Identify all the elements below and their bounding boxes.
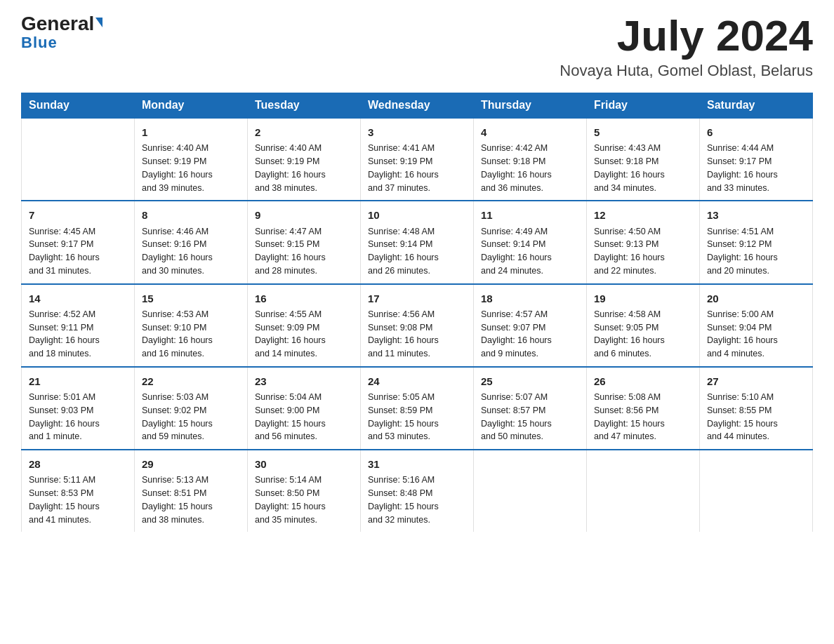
calendar-cell: 6Sunrise: 4:44 AM Sunset: 9:17 PM Daylig… [700, 118, 813, 201]
day-number: 6 [707, 124, 805, 140]
calendar-week-row: 21Sunrise: 5:01 AM Sunset: 9:03 PM Dayli… [22, 367, 813, 450]
day-number: 7 [29, 207, 127, 223]
calendar-cell: 30Sunrise: 5:14 AM Sunset: 8:50 PM Dayli… [248, 450, 361, 532]
logo-blue: Blue [21, 34, 58, 52]
day-info: Sunrise: 5:04 AM Sunset: 9:00 PM Dayligh… [255, 391, 353, 443]
day-number: 1 [142, 124, 240, 140]
calendar-week-row: 1Sunrise: 4:40 AM Sunset: 9:19 PM Daylig… [22, 118, 813, 201]
calendar-cell: 3Sunrise: 4:41 AM Sunset: 9:19 PM Daylig… [361, 118, 474, 201]
weekday-header-row: SundayMondayTuesdayWednesdayThursdayFrid… [22, 93, 813, 119]
day-number: 5 [594, 124, 692, 140]
day-number: 20 [707, 290, 805, 307]
calendar-cell: 15Sunrise: 4:53 AM Sunset: 9:10 PM Dayli… [135, 284, 248, 367]
calendar-week-row: 7Sunrise: 4:45 AM Sunset: 9:17 PM Daylig… [22, 201, 813, 283]
day-number: 23 [255, 373, 353, 389]
day-number: 10 [368, 207, 466, 223]
calendar-cell: 7Sunrise: 4:45 AM Sunset: 9:17 PM Daylig… [22, 201, 135, 283]
day-info: Sunrise: 5:01 AM Sunset: 9:03 PM Dayligh… [29, 391, 127, 443]
title-block: July 2024 Novaya Huta, Gomel Oblast, Bel… [560, 14, 813, 80]
day-info: Sunrise: 4:55 AM Sunset: 9:09 PM Dayligh… [255, 308, 353, 361]
day-info: Sunrise: 5:11 AM Sunset: 8:53 PM Dayligh… [29, 474, 127, 526]
day-info: Sunrise: 4:40 AM Sunset: 9:19 PM Dayligh… [255, 142, 353, 194]
day-number: 26 [594, 373, 692, 389]
weekday-header-tuesday: Tuesday [248, 93, 361, 119]
day-info: Sunrise: 4:52 AM Sunset: 9:11 PM Dayligh… [29, 308, 127, 361]
calendar-cell: 1Sunrise: 4:40 AM Sunset: 9:19 PM Daylig… [135, 118, 248, 201]
weekday-header-wednesday: Wednesday [361, 93, 474, 119]
day-number: 2 [255, 124, 353, 140]
day-number: 31 [368, 456, 466, 472]
calendar-cell: 19Sunrise: 4:58 AM Sunset: 9:05 PM Dayli… [587, 284, 700, 367]
calendar-cell: 28Sunrise: 5:11 AM Sunset: 8:53 PM Dayli… [22, 450, 135, 532]
weekday-header-thursday: Thursday [474, 93, 587, 119]
calendar-cell: 9Sunrise: 4:47 AM Sunset: 9:15 PM Daylig… [248, 201, 361, 283]
day-info: Sunrise: 4:46 AM Sunset: 9:16 PM Dayligh… [142, 225, 240, 278]
calendar-cell: 25Sunrise: 5:07 AM Sunset: 8:57 PM Dayli… [474, 367, 587, 450]
calendar-cell: 16Sunrise: 4:55 AM Sunset: 9:09 PM Dayli… [248, 284, 361, 367]
day-info: Sunrise: 5:05 AM Sunset: 8:59 PM Dayligh… [368, 391, 466, 443]
day-number: 3 [368, 124, 466, 140]
day-info: Sunrise: 4:49 AM Sunset: 9:14 PM Dayligh… [481, 225, 579, 278]
day-number: 12 [594, 207, 692, 223]
weekday-header-monday: Monday [135, 93, 248, 119]
day-number: 9 [255, 207, 353, 223]
calendar-table: SundayMondayTuesdayWednesdayThursdayFrid… [21, 93, 813, 532]
calendar-cell: 29Sunrise: 5:13 AM Sunset: 8:51 PM Dayli… [135, 450, 248, 532]
day-number: 28 [29, 456, 127, 472]
day-number: 15 [142, 290, 240, 307]
day-info: Sunrise: 4:40 AM Sunset: 9:19 PM Dayligh… [142, 142, 240, 194]
logo: General Blue [21, 14, 102, 52]
day-number: 14 [29, 290, 127, 307]
day-info: Sunrise: 4:48 AM Sunset: 9:14 PM Dayligh… [368, 225, 466, 278]
day-number: 25 [481, 373, 579, 389]
day-info: Sunrise: 5:10 AM Sunset: 8:55 PM Dayligh… [707, 391, 805, 443]
day-number: 11 [481, 207, 579, 223]
day-number: 18 [481, 290, 579, 307]
calendar-week-row: 28Sunrise: 5:11 AM Sunset: 8:53 PM Dayli… [22, 450, 813, 532]
day-info: Sunrise: 4:41 AM Sunset: 9:19 PM Dayligh… [368, 142, 466, 194]
calendar-cell: 10Sunrise: 4:48 AM Sunset: 9:14 PM Dayli… [361, 201, 474, 283]
day-info: Sunrise: 5:14 AM Sunset: 8:50 PM Dayligh… [255, 474, 353, 526]
calendar-cell: 20Sunrise: 5:00 AM Sunset: 9:04 PM Dayli… [700, 284, 813, 367]
day-info: Sunrise: 4:47 AM Sunset: 9:15 PM Dayligh… [255, 225, 353, 278]
day-info: Sunrise: 4:58 AM Sunset: 9:05 PM Dayligh… [594, 308, 692, 361]
day-number: 19 [594, 290, 692, 307]
day-info: Sunrise: 4:42 AM Sunset: 9:18 PM Dayligh… [481, 142, 579, 194]
month-title: July 2024 [560, 14, 813, 58]
calendar-cell: 14Sunrise: 4:52 AM Sunset: 9:11 PM Dayli… [22, 284, 135, 367]
page-header: General Blue July 2024 Novaya Huta, Gome… [21, 14, 813, 80]
logo-arrow-icon [95, 18, 102, 27]
day-info: Sunrise: 4:50 AM Sunset: 9:13 PM Dayligh… [594, 225, 692, 278]
calendar-cell: 11Sunrise: 4:49 AM Sunset: 9:14 PM Dayli… [474, 201, 587, 283]
calendar-cell: 23Sunrise: 5:04 AM Sunset: 9:00 PM Dayli… [248, 367, 361, 450]
day-info: Sunrise: 5:08 AM Sunset: 8:56 PM Dayligh… [594, 391, 692, 443]
day-info: Sunrise: 4:43 AM Sunset: 9:18 PM Dayligh… [594, 142, 692, 194]
day-number: 27 [707, 373, 805, 389]
day-number: 29 [142, 456, 240, 472]
day-info: Sunrise: 4:44 AM Sunset: 9:17 PM Dayligh… [707, 142, 805, 194]
day-info: Sunrise: 4:51 AM Sunset: 9:12 PM Dayligh… [707, 225, 805, 278]
calendar-cell: 22Sunrise: 5:03 AM Sunset: 9:02 PM Dayli… [135, 367, 248, 450]
day-info: Sunrise: 5:13 AM Sunset: 8:51 PM Dayligh… [142, 474, 240, 526]
calendar-cell [587, 450, 700, 532]
day-info: Sunrise: 5:16 AM Sunset: 8:48 PM Dayligh… [368, 474, 466, 526]
calendar-cell: 4Sunrise: 4:42 AM Sunset: 9:18 PM Daylig… [474, 118, 587, 201]
calendar-cell [700, 450, 813, 532]
calendar-week-row: 14Sunrise: 4:52 AM Sunset: 9:11 PM Dayli… [22, 284, 813, 367]
day-info: Sunrise: 5:03 AM Sunset: 9:02 PM Dayligh… [142, 391, 240, 443]
calendar-cell: 13Sunrise: 4:51 AM Sunset: 9:12 PM Dayli… [700, 201, 813, 283]
day-number: 8 [142, 207, 240, 223]
day-info: Sunrise: 4:53 AM Sunset: 9:10 PM Dayligh… [142, 308, 240, 361]
day-info: Sunrise: 4:56 AM Sunset: 9:08 PM Dayligh… [368, 308, 466, 361]
day-number: 4 [481, 124, 579, 140]
day-info: Sunrise: 5:07 AM Sunset: 8:57 PM Dayligh… [481, 391, 579, 443]
calendar-cell: 5Sunrise: 4:43 AM Sunset: 9:18 PM Daylig… [587, 118, 700, 201]
day-number: 24 [368, 373, 466, 389]
calendar-cell: 21Sunrise: 5:01 AM Sunset: 9:03 PM Dayli… [22, 367, 135, 450]
day-number: 17 [368, 290, 466, 307]
calendar-cell [474, 450, 587, 532]
day-info: Sunrise: 5:00 AM Sunset: 9:04 PM Dayligh… [707, 308, 805, 361]
calendar-cell: 12Sunrise: 4:50 AM Sunset: 9:13 PM Dayli… [587, 201, 700, 283]
weekday-header-saturday: Saturday [700, 93, 813, 119]
calendar-cell: 18Sunrise: 4:57 AM Sunset: 9:07 PM Dayli… [474, 284, 587, 367]
